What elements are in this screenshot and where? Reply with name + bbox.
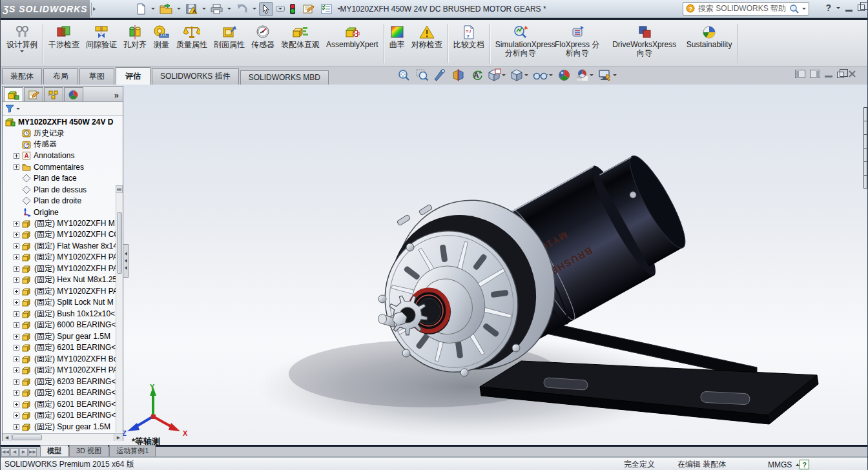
tab-solidworks-addins[interactable]: SOLIDWORKS 插件 [152,68,239,85]
panel-expand-chevrons[interactable]: » [112,90,121,101]
menu-expand-arrow[interactable] [91,3,98,15]
task-pane-strip[interactable] [863,107,867,189]
status-help-icon[interactable]: ? [800,460,809,469]
display-style-dropdown[interactable] [524,74,528,76]
curvature-button[interactable]: 曲率 [386,21,408,66]
minimize-button[interactable] [845,10,852,12]
doc-restore-icon[interactable] [837,72,844,78]
view-settings-dropdown[interactable] [613,74,617,76]
tree-component-row[interactable]: (固定) 6201 BEARING< [3,387,123,399]
doc-minimize-icon[interactable] [825,76,832,77]
expand-icon[interactable] [14,254,19,260]
edit-appearance-icon[interactable] [556,68,572,83]
sensor-button[interactable]: 传感器 [248,21,278,66]
tree-vertical-scrollbar[interactable] [116,193,123,433]
expand-icon[interactable] [14,390,19,396]
simulationxpress-button[interactable]: SimulationXpress 分析向导 [492,21,549,66]
expand-icon[interactable] [14,402,19,407]
expand-icon[interactable] [14,322,19,328]
tab-solidworks-mbd[interactable]: SOLIDWORKS MBD [240,70,329,85]
scrollbar-thumb[interactable] [12,434,42,440]
model-tab[interactable]: 模型 [40,445,68,456]
doc-close-icon[interactable] [849,70,856,78]
print-button[interactable] [209,3,225,15]
tree-component-row[interactable]: (固定) MY1020ZXFH CC [3,229,123,241]
scroll-left-arrow[interactable]: ◀ [3,434,12,441]
tree-component-row[interactable]: (固定) MY1020ZXFH PA [3,286,123,298]
expand-icon[interactable] [14,367,19,373]
tree-component-row[interactable]: (固定) 6201 BEARING< [3,342,123,354]
apply-scene-dropdown[interactable] [590,74,594,76]
design-study-button[interactable]: 设计算例 [3,21,41,66]
tab-assembly[interactable]: 装配体 [2,68,42,85]
save-dropdown[interactable] [202,8,206,10]
expand-icon[interactable] [14,232,19,238]
tree-component-row[interactable]: (固定) Spur gear 1.5M [3,331,123,343]
tree-origin-row[interactable]: Origine [3,207,123,218]
sustainability-button[interactable]: Sustainability [683,21,736,66]
undo-dropdown[interactable] [253,8,256,10]
help-icon[interactable]: ? [825,3,831,13]
display-style-icon[interactable] [509,68,530,83]
tree-component-row[interactable]: (固定) Bush 10x12x10< [3,309,123,320]
tree-component-row[interactable]: (固定) Spur gear 1.5M [3,422,123,433]
filter-dropdown[interactable] [16,108,20,110]
tree-annotations-row[interactable]: A Annotations [3,150,123,162]
nav-prev-button[interactable]: ◀ [10,448,19,456]
configuration-manager-tab[interactable] [44,87,63,101]
print-dropdown[interactable] [227,8,231,10]
expand-icon[interactable] [14,153,19,159]
design-study-dropdown[interactable] [20,50,24,52]
hole-alignment-button[interactable]: 孔对齐 [120,21,150,66]
search-icon[interactable] [789,4,800,14]
open-document-dropdown[interactable] [177,8,181,10]
tab-evaluate[interactable]: 评估 [116,67,150,85]
expand-icon[interactable] [14,311,19,317]
interference-check-button[interactable]: 干涉检查 [45,21,83,66]
undo-button[interactable] [234,2,250,15]
open-document-button[interactable] [158,2,174,16]
view-orientation-dropdown[interactable] [502,74,506,76]
section-properties-button[interactable]: 剖面属性 [211,21,248,66]
tree-component-row[interactable]: (固定) 6201 BEARING< [3,399,123,411]
tree-root-row[interactable]: MY1020ZXFH 450W 24V D [3,116,123,128]
tree-comments-row[interactable]: Commentaires [3,161,123,173]
tree-filter-row[interactable] [3,102,123,116]
expand-icon[interactable] [14,221,19,227]
hide-show-items-icon[interactable] [532,68,554,83]
zoom-fit-icon[interactable] [396,68,412,83]
tree-component-row[interactable]: (固定) Hex Nut M8x1.25 [3,274,123,286]
select-tool-dropdown[interactable] [276,6,285,12]
help-dropdown[interactable] [836,7,840,9]
clearance-verify-button[interactable]: 间隙验证 [83,21,120,66]
tree-split-grip[interactable] [116,185,123,193]
floxpress-button[interactable]: FloXpress 分析向导 [549,21,606,66]
hide-show-items-dropdown[interactable] [549,74,553,76]
new-document-dropdown[interactable] [151,8,155,10]
tab-sketch[interactable]: 草图 [79,68,114,85]
collapse-right-pane-icon[interactable] [810,70,820,78]
featuremanager-tree-tab[interactable] [4,87,23,101]
tree-component-row[interactable]: (固定) 6201 BEARING< [3,410,123,422]
nav-last-button[interactable]: ▶▶ [28,448,37,456]
motion-study-tab[interactable]: 运动算例1 [109,445,156,456]
expand-icon[interactable] [14,277,19,283]
expand-icon[interactable] [14,164,19,170]
expand-icon[interactable] [14,289,19,294]
expand-icon[interactable] [14,379,19,385]
zoom-area-icon[interactable] [414,68,430,83]
tree-component-row[interactable]: (固定) MY1020ZXFH PA [3,263,123,275]
property-manager-tab[interactable] [24,87,43,101]
nav-next-button[interactable]: ▶ [19,448,28,456]
expand-icon[interactable] [14,266,19,272]
tab-layout[interactable]: 布局 [43,68,78,85]
measure-button[interactable]: 测量 [150,21,173,66]
tree-component-row[interactable]: (固定) 6203 BEARING< [3,376,123,388]
tree-plane-row[interactable]: Plan de face [3,173,123,185]
select-tool-button[interactable] [259,2,273,16]
apply-scene-icon[interactable] [574,68,595,83]
section-view-icon[interactable] [450,68,466,83]
tree-component-row[interactable]: (固定) Split Lock Nut M [3,297,123,309]
nav-first-button[interactable]: ◀◀ [1,448,10,456]
driveworksxpress-button[interactable]: DriveWorksXpress 向导 [606,21,683,66]
